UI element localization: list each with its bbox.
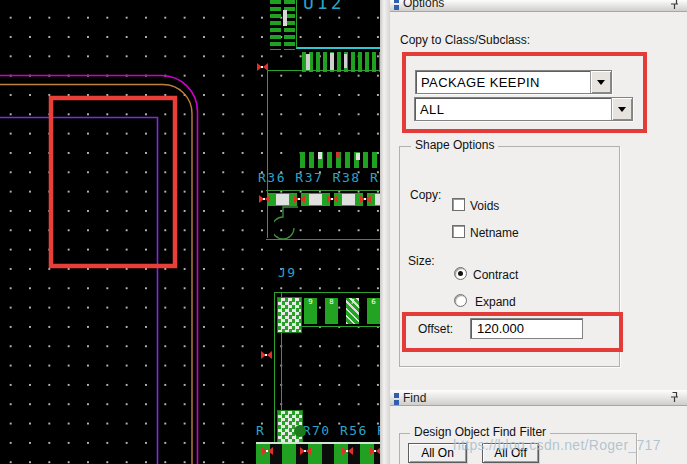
pad-number: 6 <box>371 298 375 306</box>
u12-pin-row <box>302 52 380 72</box>
j9-pin-pad: 7 <box>346 298 359 324</box>
pin-icon[interactable] <box>670 392 679 406</box>
pad-mark <box>344 54 347 68</box>
j9-pin-pad: 8 <box>325 298 338 324</box>
pad-mark <box>356 153 360 160</box>
pin-row <box>300 152 380 168</box>
pcb-design-canvas[interactable]: U12 R36 R37 R38 R3 J9 9 8 7 6 5 R R70 R5… <box>0 0 380 464</box>
u12-pad-mark <box>283 10 287 26</box>
dropdown-arrow-button[interactable] <box>611 98 632 120</box>
pad-number: 9 <box>308 298 312 306</box>
find-panel-title: Find <box>403 391 426 405</box>
panel-grip-icon <box>394 393 399 406</box>
ratsnest-marker <box>261 351 272 359</box>
options-panel-title: Options <box>403 0 444 10</box>
voids-checkbox[interactable] <box>452 198 465 211</box>
netname-checkbox[interactable] <box>452 225 465 238</box>
find-panel-header[interactable]: Find <box>390 390 687 406</box>
bottom-pin-row <box>256 442 380 464</box>
ratsnest-marker <box>327 195 338 203</box>
package-keepin-purple <box>0 118 158 464</box>
class-dropdown[interactable]: PACKAGE KEEPIN <box>415 70 612 94</box>
expand-label[interactable]: Expand <box>475 295 516 309</box>
u12-left-pad-column <box>270 0 281 50</box>
subclass-dropdown[interactable]: ALL <box>414 97 633 121</box>
refdes-row-bottom: R R70 R56 R5 <box>256 424 380 438</box>
options-panel-header[interactable]: Options <box>390 0 687 12</box>
board-outline-magenta <box>0 75 198 464</box>
panel-splitter[interactable] <box>380 0 390 464</box>
resistor-footprint <box>334 193 363 206</box>
pad-number: 8 <box>329 298 333 306</box>
outline-line <box>266 190 380 191</box>
silkscreen-digit-outline <box>274 205 304 241</box>
netname-label[interactable]: Netname <box>470 226 519 240</box>
ratsnest-marker <box>262 447 273 455</box>
j9-pin-pad: 6 <box>367 298 380 324</box>
pad-mark <box>330 53 334 71</box>
panel-grip-icon <box>394 0 399 12</box>
pad-number: 7 <box>350 298 354 306</box>
pad-mark <box>336 152 340 158</box>
right-dock-panel: Options Copy to Class/Subclass: PACKAGE … <box>390 0 687 464</box>
shape-options-title: Shape Options <box>411 139 498 152</box>
ratsnest-marker <box>300 447 311 455</box>
size-label: Size: <box>408 254 435 268</box>
outline-line <box>267 70 268 238</box>
j9-refdes: J9 <box>278 266 297 280</box>
voids-label[interactable]: Voids <box>470 199 499 213</box>
copy-to-class-label: Copy to Class/Subclass: <box>400 33 530 47</box>
chevron-down-icon <box>618 107 626 116</box>
offset-input[interactable] <box>470 318 583 339</box>
highlight-rectangle-canvas <box>51 98 175 266</box>
j9-pin-pad: 9 <box>304 298 317 324</box>
via-pad <box>294 425 306 437</box>
u12-refdes: U12 <box>303 0 345 12</box>
contract-radio[interactable] <box>454 267 467 280</box>
subclass-dropdown-value: ALL <box>415 102 611 117</box>
copy-label: Copy: <box>410 188 441 202</box>
pad-mark <box>306 54 310 70</box>
refdes-row-top: R36 R37 R38 R3 <box>258 171 380 185</box>
ratsnest-marker <box>294 195 305 203</box>
ratsnest-marker <box>259 195 270 203</box>
ratsnest-marker <box>360 195 371 203</box>
expand-radio[interactable] <box>454 294 467 307</box>
offset-label: Offset: <box>418 322 453 336</box>
chevron-down-icon <box>597 80 605 89</box>
j9-hatched-pad <box>277 297 302 333</box>
pin-icon[interactable] <box>670 0 679 12</box>
pad-mark <box>318 152 322 159</box>
outline-line <box>266 239 380 240</box>
ratsnest-marker <box>257 63 268 71</box>
route-keepin-orange <box>0 85 192 464</box>
outline-line <box>267 70 380 71</box>
contract-label[interactable]: Contract <box>473 268 518 282</box>
class-dropdown-value: PACKAGE KEEPIN <box>416 75 590 90</box>
watermark-text: https://blog.csdn.net/Roger_717 <box>453 437 661 453</box>
resistor-footprint <box>301 193 330 206</box>
ratsnest-marker <box>342 447 353 455</box>
ratsnest-marker <box>370 447 380 455</box>
dropdown-arrow-button[interactable] <box>590 71 611 93</box>
